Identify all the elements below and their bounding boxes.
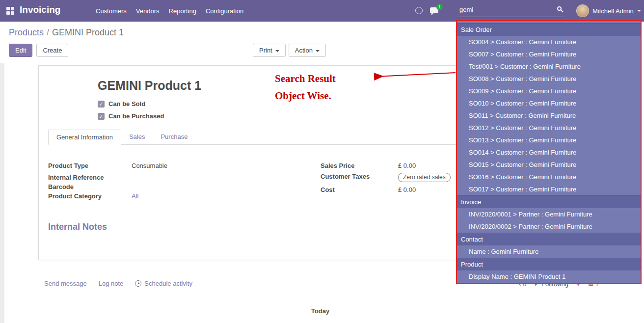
- field-customer-taxes: Customer Taxes Zero rated sales: [321, 173, 451, 182]
- search-result-item[interactable]: SO012 > Customer : Gemini Furniture: [457, 122, 641, 134]
- menu-customers[interactable]: Customers: [96, 7, 127, 15]
- search-result-item[interactable]: Display Name : GEMINI Product 1: [457, 270, 641, 283]
- search-result-item[interactable]: SO008 > Customer : Gemini Furniture: [457, 73, 641, 85]
- search-result-item[interactable]: SO007 > Customer : Gemini Furniture: [457, 48, 641, 60]
- group-product: Product Display Name : GEMINI Product 1: [457, 258, 641, 283]
- tab-purchase[interactable]: Purchase: [153, 130, 195, 144]
- breadcrumb: Products/GEMINI Product 1: [9, 27, 124, 38]
- annotation-line-1: Search Result: [275, 73, 336, 85]
- can-be-purchased-row: ✓ Can be Purchased: [98, 112, 164, 120]
- divider-line: [42, 311, 304, 311]
- action-buttons: Print Action: [253, 44, 326, 57]
- apps-grid-icon[interactable]: [6, 7, 14, 15]
- breadcrumb-separator: /: [47, 27, 49, 37]
- breadcrumb-current: GEMINI Product 1: [52, 27, 124, 37]
- annotation-arrow: [369, 68, 457, 81]
- internal-notes-header: Internal Notes: [48, 222, 107, 232]
- product-title: GEMINI Product 1: [98, 79, 201, 93]
- can-be-sold-row: ✓ Can be Sold: [98, 100, 145, 108]
- chevron-down-icon: [316, 50, 320, 52]
- search-result-item[interactable]: INV/2020/0001 > Partner : Gemini Furnitu…: [457, 208, 641, 220]
- chatter-buttons: Send message Log note Schedule activity: [44, 280, 192, 287]
- global-search: [457, 4, 564, 17]
- activity-clock-icon[interactable]: [415, 7, 423, 14]
- create-button[interactable]: Create: [36, 44, 68, 57]
- search-results-dropdown: Sale Order SO004 > Customer : Gemini Fur…: [456, 20, 642, 284]
- group-header-product: Product: [457, 258, 641, 270]
- can-be-purchased-checkbox[interactable]: ✓: [98, 113, 105, 120]
- menu-vendors[interactable]: Vendors: [136, 7, 160, 15]
- divider-line: [336, 311, 599, 311]
- record-buttons: Edit Create: [9, 44, 68, 57]
- action-dropdown-button[interactable]: Action: [289, 44, 326, 57]
- send-message-button[interactable]: Send message: [44, 280, 87, 287]
- menu-configuration[interactable]: Configuration: [206, 7, 243, 15]
- can-be-sold-checkbox[interactable]: ✓: [98, 101, 105, 108]
- top-navbar: Invoicing Customers Vendors Reporting Co…: [0, 0, 644, 22]
- search-result-item[interactable]: SO015 > Customer : Gemini Furniture: [457, 159, 641, 171]
- can-be-purchased-label: Can be Purchased: [108, 112, 164, 120]
- annotation-line-2: Object Wise.: [275, 90, 331, 102]
- edit-button[interactable]: Edit: [9, 44, 32, 57]
- field-sales-price: Sales Price £ 0.00: [321, 162, 416, 169]
- menu-reporting[interactable]: Reporting: [169, 7, 196, 15]
- search-result-item[interactable]: Name : Gemini Furniture: [457, 245, 641, 258]
- sales-price-value: £ 0.00: [398, 162, 416, 169]
- search-result-item[interactable]: SO017 > Customer : Gemini Furniture: [457, 183, 641, 195]
- search-input[interactable]: [457, 4, 564, 17]
- search-result-item[interactable]: SO009 > Customer : Gemini Furniture: [457, 85, 641, 97]
- search-result-item[interactable]: SO016 > Customer : Gemini Furniture: [457, 171, 641, 183]
- breadcrumb-products-link[interactable]: Products: [9, 27, 44, 37]
- app-title: Invoicing: [20, 4, 60, 15]
- messages-badge: 1: [436, 4, 443, 10]
- search-result-item[interactable]: SO013 > Customer : Gemini Furniture: [457, 134, 641, 146]
- can-be-sold-label: Can be Sold: [108, 100, 145, 108]
- tab-general-information[interactable]: General Information: [48, 130, 121, 145]
- page: Invoicing Customers Vendors Reporting Co…: [0, 0, 644, 323]
- product-category-link[interactable]: All: [132, 192, 138, 200]
- chevron-down-icon: [637, 10, 641, 12]
- search-result-item[interactable]: Test/001 > Customer : Gemini Furniture: [457, 60, 641, 73]
- field-internal-reference: Internal Reference: [48, 174, 132, 181]
- field-barcode: Barcode: [48, 183, 132, 190]
- user-avatar: [576, 4, 589, 17]
- field-product-type: Product Type Consumable: [48, 162, 167, 169]
- group-contact: Contact Name : Gemini Furniture: [457, 233, 641, 258]
- left-edge-strip: [0, 63, 4, 323]
- group-header-invoice: Invoice: [457, 195, 641, 208]
- field-cost: Cost £ 0.00: [321, 186, 416, 193]
- tab-sales[interactable]: Sales: [121, 130, 153, 144]
- group-header-sale-order: Sale Order: [457, 23, 641, 36]
- cost-value: £ 0.00: [398, 186, 416, 193]
- group-invoice: Invoice INV/2020/0001 > Partner : Gemini…: [457, 195, 641, 233]
- schedule-activity-button[interactable]: Schedule activity: [135, 280, 192, 287]
- chevron-down-icon: [275, 50, 279, 52]
- customer-tax-badge[interactable]: Zero rated sales: [398, 173, 451, 182]
- log-note-button[interactable]: Log note: [99, 280, 124, 287]
- clock-icon: [135, 280, 141, 287]
- search-result-item[interactable]: SO011 > Customer : Gemini Furniture: [457, 109, 641, 122]
- print-dropdown-button[interactable]: Print: [253, 44, 286, 57]
- today-divider: Today: [42, 307, 599, 315]
- group-header-contact: Contact: [457, 233, 641, 245]
- user-menu[interactable]: Mitchell Admin: [576, 0, 641, 22]
- search-result-item[interactable]: INV/2020/0002 > Partner : Gemini Furnitu…: [457, 220, 641, 233]
- group-sale-order: Sale Order SO004 > Customer : Gemini Fur…: [457, 23, 641, 195]
- field-product-category: Product Category All: [48, 192, 138, 200]
- user-name: Mitchell Admin: [592, 7, 634, 15]
- search-result-item[interactable]: SO004 > Customer : Gemini Furniture: [457, 36, 641, 48]
- navbar-menus: Customers Vendors Reporting Configuratio…: [96, 0, 243, 22]
- product-type-value: Consumable: [132, 162, 167, 169]
- search-result-item[interactable]: SO010 > Customer : Gemini Furniture: [457, 97, 641, 109]
- today-label: Today: [311, 307, 329, 315]
- search-icon[interactable]: [557, 6, 562, 11]
- search-result-item[interactable]: SO014 > Customer : Gemini Furniture: [457, 146, 641, 159]
